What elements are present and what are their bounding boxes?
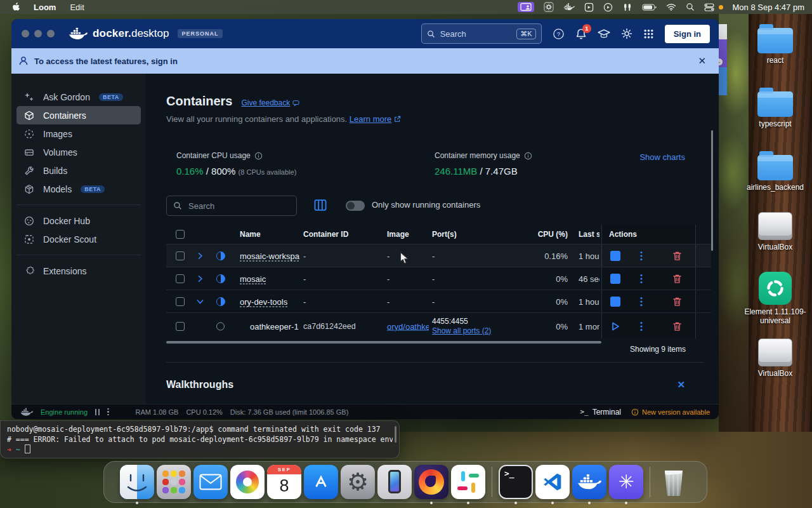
control-center-icon[interactable] bbox=[704, 3, 714, 11]
table-row[interactable]: ory-dev-tools - - - 0% 1 hour bbox=[166, 290, 711, 313]
column-container-id[interactable]: Container ID bbox=[303, 230, 348, 239]
expand-chevron-icon[interactable] bbox=[196, 275, 204, 283]
terminal-scrollbar[interactable] bbox=[395, 426, 396, 443]
collapse-chevron-icon[interactable] bbox=[196, 298, 204, 306]
desktop-icon-virtualbox-2[interactable]: VirtualBox bbox=[737, 335, 812, 378]
dock-system-settings[interactable] bbox=[341, 465, 375, 499]
active-app-name[interactable]: Loom bbox=[34, 3, 56, 12]
info-icon[interactable] bbox=[254, 152, 263, 160]
row-menu-icon[interactable] bbox=[640, 274, 643, 284]
stop-button[interactable] bbox=[610, 251, 620, 261]
show-all-ports-link[interactable]: Show all ports (2) bbox=[432, 326, 491, 335]
docker-menubar-icon[interactable] bbox=[563, 3, 575, 11]
desktop-icon-element[interactable]: Element 1.11.109-universal bbox=[737, 272, 812, 326]
dock-app-store[interactable] bbox=[304, 465, 338, 499]
notifications-bell-button[interactable]: 1 bbox=[575, 28, 587, 40]
container-search[interactable] bbox=[166, 196, 297, 216]
table-row[interactable]: mosaic-workspa - - - 0.16% 1 hour bbox=[166, 244, 711, 267]
sidebar-item-docker-hub[interactable]: Docker Hub bbox=[16, 211, 141, 230]
table-row[interactable]: mosaic - - - 0% 46 sec bbox=[166, 267, 711, 290]
sidebar-item-volumes[interactable]: Volumes bbox=[16, 143, 141, 161]
start-button[interactable] bbox=[610, 321, 620, 331]
menu-bar-clock[interactable]: Mon 8 Sep 4:47 pm bbox=[733, 3, 804, 12]
desktop-icon-typescript[interactable]: typescript bbox=[737, 86, 812, 128]
row-menu-icon[interactable] bbox=[640, 297, 643, 307]
column-cpu[interactable]: CPU (%) bbox=[515, 230, 568, 239]
stage-manager-icon[interactable] bbox=[584, 3, 594, 12]
dock-iphone-mirroring[interactable] bbox=[377, 465, 412, 499]
dock-launchpad[interactable] bbox=[157, 465, 191, 499]
global-search-input[interactable] bbox=[439, 29, 513, 39]
row-checkbox[interactable] bbox=[176, 251, 185, 260]
dock-calendar[interactable]: SEP 8 bbox=[267, 465, 301, 499]
dock-vscode[interactable] bbox=[535, 465, 570, 499]
row-checkbox[interactable] bbox=[176, 274, 185, 283]
apps-grid-button[interactable] bbox=[643, 29, 654, 39]
dock-trash[interactable] bbox=[657, 465, 691, 499]
terminal-button[interactable]: >_ Terminal bbox=[580, 408, 621, 417]
container-name[interactable]: oathkeeper-1 bbox=[250, 321, 299, 331]
expand-chevron-icon[interactable] bbox=[196, 252, 204, 260]
desktop-icon-react[interactable]: react bbox=[737, 23, 812, 65]
image-link[interactable]: oryd/oathke bbox=[387, 321, 429, 331]
sidebar-item-images[interactable]: Images bbox=[16, 124, 141, 143]
learn-more-link[interactable]: Learn more bbox=[350, 114, 391, 124]
minimize-window-button[interactable] bbox=[34, 30, 42, 37]
delete-button[interactable] bbox=[672, 274, 682, 284]
give-feedback-link[interactable]: Give feedback bbox=[241, 98, 299, 107]
dock-firefox[interactable] bbox=[414, 465, 449, 499]
sign-in-button[interactable]: Sign in bbox=[665, 25, 710, 43]
apple-menu-icon[interactable] bbox=[11, 3, 20, 12]
zoom-window-button[interactable] bbox=[47, 30, 55, 37]
running-only-toggle[interactable] bbox=[346, 201, 365, 211]
column-name[interactable]: Name bbox=[240, 230, 261, 239]
container-name-link[interactable]: mosaic bbox=[240, 274, 266, 284]
global-search[interactable]: ⌘K bbox=[421, 23, 542, 44]
columns-settings-icon[interactable] bbox=[313, 198, 327, 212]
container-name-link[interactable]: mosaic-workspa bbox=[240, 251, 299, 261]
delete-button[interactable] bbox=[672, 251, 682, 261]
delete-button[interactable] bbox=[672, 321, 682, 331]
dock-slack[interactable] bbox=[451, 465, 485, 499]
vertical-scrollbar[interactable] bbox=[711, 130, 713, 251]
walkthroughs-close-icon[interactable]: ✕ bbox=[677, 379, 685, 391]
select-all-checkbox[interactable] bbox=[176, 230, 185, 239]
spotlight-search-icon[interactable] bbox=[686, 3, 695, 11]
airpods-icon[interactable] bbox=[622, 3, 632, 11]
dock-loom[interactable] bbox=[609, 465, 643, 499]
menu-item-edit[interactable]: Edit bbox=[70, 3, 84, 12]
desktop-icon-airlines-backend[interactable]: airlines_backend bbox=[737, 150, 812, 192]
engine-menu-icon[interactable] bbox=[107, 408, 109, 416]
help-button[interactable]: ? bbox=[553, 28, 565, 40]
settings-menubar-icon[interactable] bbox=[544, 2, 554, 12]
sidebar-item-docker-scout[interactable]: Docker Scout bbox=[16, 230, 141, 248]
stop-button[interactable] bbox=[610, 274, 620, 284]
screen-sharing-icon[interactable] bbox=[518, 2, 534, 12]
sidebar-item-builds[interactable]: Builds bbox=[16, 161, 141, 180]
dock-docker[interactable] bbox=[572, 465, 606, 499]
column-image[interactable]: Image bbox=[387, 230, 429, 239]
dock-mail[interactable] bbox=[193, 465, 228, 499]
sidebar-item-models[interactable]: Models BETA bbox=[16, 180, 141, 198]
horizontal-scrollbar[interactable] bbox=[166, 341, 601, 344]
dock-finder[interactable] bbox=[120, 465, 154, 499]
engine-status[interactable]: Engine running bbox=[41, 408, 88, 416]
table-row-child[interactable]: oathkeeper-1 ca7d61242eed oryd/oathke 44… bbox=[166, 312, 711, 339]
show-charts-link[interactable]: Show charts bbox=[639, 152, 685, 162]
dock-terminal[interactable] bbox=[499, 465, 533, 499]
desktop-icon-virtualbox-1[interactable]: VirtualBox bbox=[737, 208, 812, 251]
pause-engine-icon[interactable] bbox=[95, 409, 100, 415]
row-checkbox[interactable] bbox=[176, 297, 185, 306]
battery-icon[interactable] bbox=[642, 4, 657, 11]
container-search-input[interactable] bbox=[187, 201, 290, 211]
row-checkbox[interactable] bbox=[176, 322, 185, 331]
info-icon[interactable] bbox=[524, 152, 532, 160]
stop-button[interactable] bbox=[610, 297, 620, 307]
column-ports[interactable]: Port(s) bbox=[432, 230, 457, 239]
close-window-button[interactable] bbox=[22, 30, 29, 37]
delete-button[interactable] bbox=[672, 297, 682, 307]
learning-center-button[interactable] bbox=[598, 29, 610, 39]
update-available-link[interactable]: New version available bbox=[631, 408, 710, 416]
container-name-link[interactable]: ory-dev-tools bbox=[240, 297, 287, 307]
sidebar-item-extensions[interactable]: Extensions bbox=[16, 262, 141, 280]
